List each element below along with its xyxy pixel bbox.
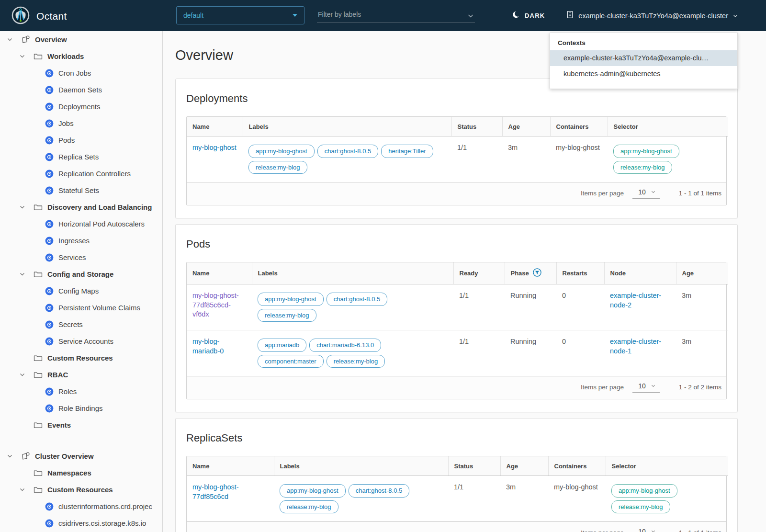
sidebar-item-label: Role Bindings: [58, 404, 103, 412]
chevron-down-icon[interactable]: [18, 487, 26, 493]
sidebar-item-events[interactable]: Events: [0, 417, 162, 433]
sidebar-item-secrets[interactable]: Secrets: [0, 316, 162, 333]
resource-link[interactable]: my-blog-ghost: [192, 144, 237, 151]
resource-link[interactable]: my-blog-ghost-77df85c6cd-vf6dx: [192, 292, 239, 318]
sidebar-item-jobs[interactable]: Jobs: [0, 115, 162, 132]
chevron-down-icon[interactable]: [18, 53, 26, 59]
section-card-pods: PodsNameLabelsReadyPhaseRestartsNodeAgem…: [175, 224, 738, 412]
label-badge: component:master: [258, 355, 324, 368]
chevron-down-icon: [732, 13, 738, 19]
sidebar-item-namespaces[interactable]: Namespaces: [0, 464, 162, 481]
table-header-row: NameLabelsReadyPhaseRestartsNodeAge: [187, 262, 728, 284]
selector-badge: app:my-blog-ghost: [611, 484, 677, 498]
folder-icon: [34, 204, 43, 211]
context-menu-item-kubernetes-admin-kubernetes[interactable]: kubernetes-admin@kubernetes: [550, 66, 737, 82]
sidebar-spacer: [0, 433, 162, 448]
table-cell: my-blog-ghost-77df85c6cd: [187, 476, 274, 522]
section-title: Deployments: [186, 92, 727, 105]
column-header-status: Status: [448, 456, 500, 476]
resource-link[interactable]: my-blog-ghost-77df85c6cd: [192, 483, 239, 500]
sidebar-item-replication-controllers[interactable]: Replication Controllers: [0, 165, 162, 182]
chevron-down-icon[interactable]: [18, 271, 26, 277]
sidebar-item-custom-resources[interactable]: Custom Resources: [0, 481, 162, 498]
cell-text: 3m: [682, 338, 691, 345]
table-cell: Running: [505, 330, 556, 376]
column-header-label: Age: [508, 123, 520, 130]
column-header-label: Name: [192, 123, 209, 130]
topbar-right: DARK example-cluster-ka3TuTzYo4a@example…: [512, 0, 738, 31]
column-header-label: Name: [192, 463, 209, 470]
label-badge: release:my-blog: [280, 500, 338, 514]
cell-text: 3m: [508, 144, 518, 151]
column-header-label: Age: [682, 270, 694, 277]
items-per-page-select[interactable]: 10: [632, 527, 660, 532]
sidebar-item-stateful-sets[interactable]: Stateful Sets: [0, 182, 162, 199]
column-header-label: Containers: [556, 123, 589, 130]
folder-icon: [34, 271, 43, 278]
table-header-row: NameLabelsStatusAgeContainersSelector: [187, 456, 728, 476]
chevron-down-icon[interactable]: [6, 453, 13, 459]
chevron-down-icon[interactable]: [467, 12, 474, 21]
chevron-down-icon[interactable]: [6, 36, 13, 43]
pagination-footer: Items per page101 - 2 of 2 items: [187, 376, 726, 399]
resource-link[interactable]: example-cluster-node-2: [610, 292, 661, 309]
context-menu-item-example-cluster-ka3tutzyo4a-example-clu[interactable]: example-cluster-ka3TuTzYo4a@example-clu…: [550, 50, 737, 66]
k8s-resource-icon: [45, 320, 54, 329]
sidebar-item-horizontal-pod-autoscalers[interactable]: Horizontal Pod Autoscalers: [0, 215, 162, 232]
sidebar-item-label: Persistent Volume Claims: [58, 304, 140, 312]
sidebar-item-services[interactable]: Services: [0, 249, 162, 266]
cell-text: Running: [510, 292, 536, 299]
table-cell: 0: [556, 330, 604, 376]
filter-by-labels-input[interactable]: [317, 9, 475, 23]
context-switcher[interactable]: example-cluster-ka3TuTzYo4a@example-clus…: [566, 11, 738, 21]
sidebar-item-clusterinformations-crd-projec[interactable]: clusterinformations.crd.projec: [0, 498, 162, 515]
sidebar-item-config-maps[interactable]: Config Maps: [0, 283, 162, 299]
sidebar-item-pods[interactable]: Pods: [0, 132, 162, 148]
column-header-label: Restarts: [563, 270, 587, 277]
applications-icon: [21, 35, 30, 44]
sidebar-item-custom-resources[interactable]: Custom Resources: [0, 350, 162, 366]
k8s-resource-icon: [45, 136, 54, 145]
table-cell: app:my-blog-ghostrelease:my-blog: [608, 136, 728, 182]
sidebar-item-roles[interactable]: Roles: [0, 383, 162, 400]
sidebar-item-role-bindings[interactable]: Role Bindings: [0, 400, 162, 417]
sidebar-item-overview[interactable]: Overview: [0, 31, 162, 48]
chevron-down-icon[interactable]: [18, 204, 26, 210]
resource-link[interactable]: my-blog-mariadb-0: [192, 338, 224, 355]
sidebar-item-cluster-overview[interactable]: Cluster Overview: [0, 448, 162, 464]
resource-link[interactable]: example-cluster-node-1: [610, 338, 661, 355]
sidebar-item-persistent-volume-claims[interactable]: Persistent Volume Claims: [0, 299, 162, 316]
column-header-label: Status: [458, 123, 477, 130]
chevron-down-icon: [651, 528, 656, 532]
column-header-selector: Selector: [608, 117, 728, 136]
k8s-resource-icon: [45, 387, 54, 396]
table-cell: my-blog-ghost: [187, 136, 243, 182]
chevron-down-icon[interactable]: [18, 372, 26, 378]
sidebar-item-daemon-sets[interactable]: Daemon Sets: [0, 81, 162, 98]
namespace-select[interactable]: default: [176, 6, 304, 24]
column-header-label: Node: [610, 270, 626, 277]
sidebar-item-ingresses[interactable]: Ingresses: [0, 232, 162, 249]
sidebar-item-config-and-storage[interactable]: Config and Storage: [0, 266, 162, 283]
cell-text: 3m: [682, 292, 691, 299]
label-badge: app:my-blog-ghost: [258, 293, 324, 306]
dark-label: DARK: [525, 12, 545, 19]
filter-icon[interactable]: [533, 268, 541, 278]
sidebar-item-replica-sets[interactable]: Replica Sets: [0, 148, 162, 165]
sidebar-item-csidrivers-csi-storage-k8s-io[interactable]: csidrivers.csi.storage.k8s.io: [0, 515, 162, 532]
folder-icon: [34, 469, 43, 476]
items-per-page-select[interactable]: 10: [632, 188, 660, 199]
dark-theme-toggle[interactable]: DARK: [512, 11, 545, 21]
sidebar-item-deployments[interactable]: Deployments: [0, 98, 162, 115]
sidebar-item-label: Namespaces: [47, 469, 91, 477]
sidebar-item-discovery-and-load-balancing[interactable]: Discovery and Load Balancing: [0, 199, 162, 215]
sidebar-item-service-accounts[interactable]: Service Accounts: [0, 333, 162, 350]
label-filter: [317, 9, 475, 23]
sidebar-item-label: Workloads: [47, 52, 84, 60]
sidebar-item-workloads[interactable]: Workloads: [0, 48, 162, 65]
sidebar-item-cron-jobs[interactable]: Cron Jobs: [0, 65, 162, 81]
items-per-page-select[interactable]: 10: [632, 382, 660, 393]
cluster-icon: [566, 11, 574, 21]
section-title: ReplicaSets: [186, 432, 727, 444]
sidebar-item-rbac[interactable]: RBAC: [0, 366, 162, 383]
